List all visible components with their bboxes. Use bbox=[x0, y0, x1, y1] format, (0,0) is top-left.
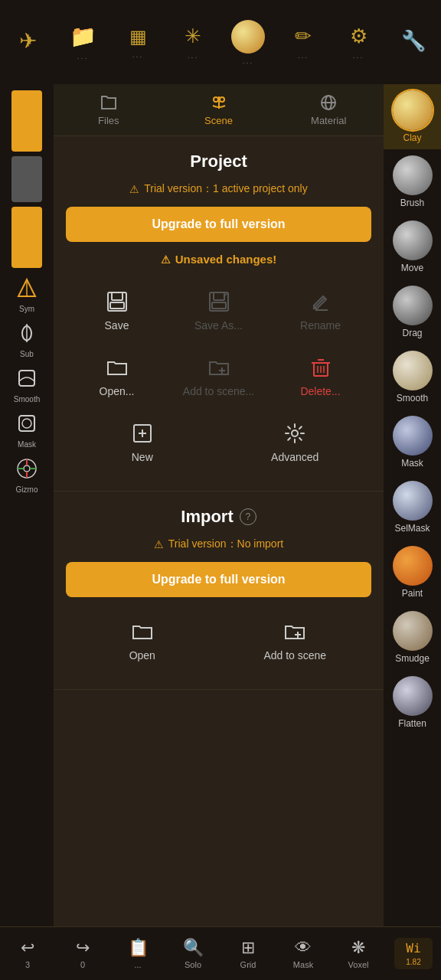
voxel-button[interactable]: ❋ Voxel bbox=[339, 938, 377, 969]
add-to-scene-button[interactable]: Add to scene... bbox=[168, 344, 270, 410]
left-sidebar: Sym Sub Smooth bbox=[0, 84, 54, 926]
mask-bottom-button[interactable]: 👁 Mask bbox=[284, 938, 322, 969]
solo-button[interactable]: 🔍 Solo bbox=[174, 938, 212, 969]
material-button[interactable]: ... bbox=[221, 20, 275, 65]
new-button[interactable]: New bbox=[66, 410, 219, 475]
wi-value: 1.82 bbox=[406, 958, 420, 966]
color-swatch-2 bbox=[5, 156, 48, 202]
symmetry-tool[interactable]: Sym bbox=[5, 273, 48, 313]
svg-point-13 bbox=[220, 97, 224, 102]
warning-icon-3: ⚠ bbox=[154, 538, 164, 550]
settings-button[interactable]: ⚙ ... bbox=[332, 24, 385, 60]
layers-button[interactable]: ▦ ... bbox=[111, 26, 165, 59]
upgrade-button-1[interactable]: Upgrade to full version bbox=[66, 207, 371, 242]
move-tool[interactable]: Move bbox=[384, 214, 441, 279]
delete-label: Delete... bbox=[300, 385, 340, 397]
trial-text: Trial version：1 active project only bbox=[144, 182, 307, 196]
mask-tool[interactable]: Mask bbox=[384, 410, 441, 475]
smooth-tool[interactable]: Smooth bbox=[384, 345, 441, 410]
history-button[interactable]: 📋 ... bbox=[119, 938, 157, 969]
bottom-bar: ↩ 3 ↪ 0 📋 ... 🔍 Solo ⊞ Grid 👁 Mask ❋ Vox… bbox=[0, 926, 441, 980]
top-toolbar: ✈ 📁 ... ▦ ... ✳ ... ... ✏ ... ⚙ ... 🔧 bbox=[0, 0, 441, 84]
sub-label: Sub bbox=[20, 350, 34, 358]
gizmo-tool[interactable]: Gizmo bbox=[5, 453, 48, 494]
drag-tool[interactable]: Drag bbox=[384, 279, 441, 345]
add-to-scene-label: Add to scene... bbox=[183, 385, 254, 397]
svg-point-38 bbox=[292, 430, 298, 436]
clay-sphere bbox=[393, 90, 433, 130]
save-as-button[interactable]: Save As... bbox=[168, 278, 270, 344]
brush-sphere bbox=[393, 155, 433, 195]
flatten-sphere bbox=[393, 676, 433, 716]
svg-point-7 bbox=[24, 466, 30, 472]
color-swatch-3 bbox=[5, 207, 48, 268]
svg-rect-19 bbox=[112, 292, 122, 300]
help-icon[interactable]: ? bbox=[240, 508, 256, 525]
light-button[interactable]: ✳ ... bbox=[166, 24, 220, 60]
import-header: Import ? bbox=[66, 507, 371, 527]
paint-label: Paint bbox=[402, 588, 423, 599]
grid-button[interactable]: ⊞ Grid bbox=[229, 938, 267, 969]
rename-button[interactable]: Rename bbox=[270, 278, 371, 344]
main-area: Sym Sub Smooth bbox=[0, 84, 441, 926]
svg-rect-23 bbox=[212, 302, 226, 309]
pen-button[interactable]: ✏ ... bbox=[276, 24, 330, 60]
undo-button[interactable]: ↩ 3 bbox=[8, 938, 47, 969]
rename-label: Rename bbox=[300, 319, 341, 332]
smooth-left-label: Smooth bbox=[14, 395, 40, 403]
action-grid-2col: New Advanced bbox=[66, 410, 371, 475]
flatten-label: Flatten bbox=[398, 718, 426, 729]
action-grid: Save Save As... bbox=[66, 278, 371, 410]
project-section: Project ⚠ Trial version：1 active project… bbox=[54, 136, 384, 492]
open-label: Open... bbox=[100, 385, 135, 397]
upgrade-button-2[interactable]: Upgrade to full version bbox=[66, 562, 371, 597]
right-sidebar: Clay Brush Move Drag Smooth Mask SelMask bbox=[384, 84, 441, 926]
brush-tool[interactable]: Brush bbox=[384, 149, 441, 214]
smooth-sphere bbox=[393, 351, 433, 390]
import-action-grid: Open Add to scene bbox=[66, 608, 371, 674]
grid-label: Grid bbox=[240, 960, 256, 969]
mask-left-tool[interactable]: Mask bbox=[5, 408, 48, 449]
selmask-label: SelMask bbox=[394, 523, 430, 534]
sub-tool[interactable]: Sub bbox=[5, 318, 48, 358]
save-label: Save bbox=[105, 319, 129, 332]
new-label: New bbox=[132, 451, 153, 463]
mask-left-label: Mask bbox=[18, 440, 36, 449]
smooth-left-tool[interactable]: Smooth bbox=[5, 363, 48, 403]
tab-material[interactable]: Material bbox=[273, 84, 384, 136]
tab-scene[interactable]: Scene bbox=[164, 84, 274, 136]
open-button[interactable]: Open... bbox=[66, 344, 168, 410]
paint-sphere bbox=[393, 546, 433, 586]
symmetry-label: Sym bbox=[19, 305, 34, 313]
undo-label: 3 bbox=[25, 960, 30, 969]
selmask-tool[interactable]: SelMask bbox=[384, 475, 441, 540]
material-sphere-icon bbox=[231, 20, 265, 54]
tools-button[interactable]: 🔧 bbox=[387, 29, 440, 56]
drag-label: Drag bbox=[402, 328, 422, 338]
clay-tool[interactable]: Clay bbox=[384, 84, 441, 149]
import-add-to-scene-button[interactable]: Add to scene bbox=[219, 608, 372, 674]
redo-button[interactable]: ↪ 0 bbox=[64, 938, 102, 969]
paint-tool[interactable]: Paint bbox=[384, 540, 441, 605]
flatten-tool[interactable]: Flatten bbox=[384, 670, 441, 735]
color-swatch-1 bbox=[5, 90, 48, 152]
import-trial-text: Trial version：No import bbox=[168, 537, 283, 551]
delete-button[interactable]: Delete... bbox=[270, 344, 371, 410]
svg-rect-3 bbox=[19, 371, 34, 386]
files-button[interactable]: 📁 ... bbox=[56, 24, 109, 60]
back-button[interactable]: ✈ bbox=[1, 28, 54, 57]
mask-bottom-label: Mask bbox=[293, 960, 313, 969]
wi-button[interactable]: Wi 1.82 bbox=[394, 938, 433, 969]
smudge-tool[interactable]: Smudge bbox=[384, 605, 441, 670]
tab-files[interactable]: Files bbox=[54, 84, 164, 136]
project-title: Project bbox=[66, 152, 371, 172]
svg-rect-20 bbox=[110, 302, 124, 309]
advanced-button[interactable]: Advanced bbox=[219, 410, 372, 475]
svg-rect-4 bbox=[19, 416, 34, 431]
svg-rect-22 bbox=[214, 292, 224, 300]
save-button[interactable]: Save bbox=[66, 278, 168, 344]
unsaved-text: Unsaved changes! bbox=[175, 253, 277, 266]
voxel-label: Voxel bbox=[348, 960, 369, 969]
unsaved-banner: ⚠ Unsaved changes! bbox=[66, 253, 371, 266]
import-open-button[interactable]: Open bbox=[66, 608, 219, 674]
